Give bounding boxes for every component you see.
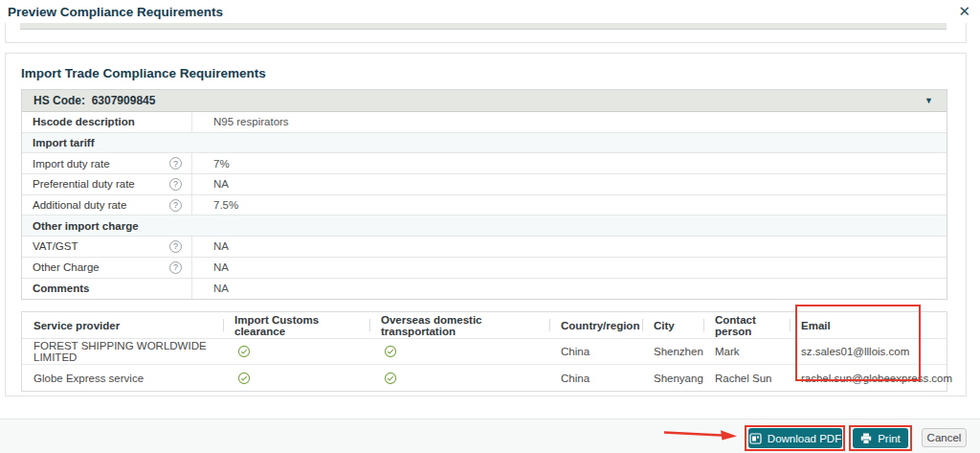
hs-section-label: Other import charge	[22, 215, 947, 236]
provider-table-header: Service providerImport Customs clearance…	[22, 312, 947, 339]
hs-row-value: 7%	[192, 153, 947, 173]
provider-city: Shenyang	[642, 365, 703, 391]
scrolled-previous-section	[5, 23, 967, 43]
close-icon[interactable]: ✕	[958, 3, 970, 20]
hs-section-row: Import tariff	[22, 133, 947, 154]
cancel-button[interactable]: Cancel	[922, 428, 967, 447]
help-icon[interactable]: ?	[169, 199, 182, 212]
hs-row-value: NA	[192, 174, 947, 194]
provider-rows-container: FOREST SHIPPING WORLDWIDE LIMITEDChinaSh…	[22, 339, 947, 391]
check-circle-icon	[384, 345, 397, 358]
import-customs-check	[223, 365, 369, 391]
service-provider-table: Service providerImport Customs clearance…	[21, 311, 947, 392]
check-circle-icon	[237, 345, 251, 358]
check-circle-icon	[384, 372, 397, 385]
help-icon[interactable]: ?	[169, 178, 182, 191]
provider-column-header: Email	[790, 312, 948, 338]
hs-code-table: HS Code: 6307909845 ▼ Hscode description…	[21, 89, 947, 300]
provider-name: Globe Express service	[22, 365, 223, 391]
hs-row-label: Import duty rate	[33, 158, 110, 170]
provider-column-header: Overseas domestic transportation	[369, 312, 549, 338]
hs-field-row: Other Charge?NA	[22, 258, 947, 279]
hs-row-label-cell: Additional duty rate?	[22, 195, 192, 215]
provider-email: rachel.sun@globeexpress.com	[790, 365, 948, 391]
import-customs-check	[223, 339, 369, 364]
hs-row-value: 7.5%	[192, 195, 947, 215]
provider-row: FOREST SHIPPING WORLDWIDE LIMITEDChinaSh…	[22, 339, 947, 365]
hs-row-label-cell: Hscode description	[22, 112, 192, 132]
provider-column-header: City	[642, 312, 703, 338]
provider-contact: Mark	[703, 339, 790, 364]
provider-email: sz.sales01@lllois.com	[790, 339, 948, 364]
scrolled-section-header-bar	[20, 23, 947, 30]
hs-row-value: NA	[192, 237, 947, 257]
provider-column-header: Import Customs clearance	[223, 312, 369, 338]
hs-field-row: Preferential duty rate?NA	[22, 174, 947, 195]
hs-field-row: VAT/GST?NA	[22, 237, 947, 258]
print-button[interactable]: Print	[853, 428, 908, 448]
provider-column-header: Country/region	[549, 312, 642, 338]
provider-column-header: Contact person	[703, 312, 790, 338]
hs-field-row: Hscode descriptionN95 respirators	[22, 112, 947, 133]
print-label: Print	[878, 433, 901, 444]
hs-row-label: Preferential duty rate	[33, 178, 135, 190]
download-pdf-label: Download PDF	[768, 433, 841, 444]
provider-city: Shenzhen	[642, 339, 703, 364]
compliance-card: Import Trade Compliance Requirements HS …	[5, 53, 967, 396]
hs-rows-container: Hscode descriptionN95 respiratorsImport …	[22, 112, 947, 299]
provider-row: Globe Express serviceChinaShenyangRachel…	[22, 365, 947, 391]
download-pdf-button[interactable]: Download PDF	[748, 428, 842, 448]
hs-row-label-cell: Comments	[22, 279, 192, 300]
hs-row-value: NA	[192, 279, 947, 300]
help-icon[interactable]: ?	[169, 240, 182, 253]
hs-code-text: HS Code: 6307909845	[33, 94, 155, 107]
overseas-transport-check	[369, 339, 549, 364]
hs-field-row: Import duty rate?7%	[22, 153, 947, 174]
hs-row-label-cell: VAT/GST?	[22, 237, 192, 257]
hs-row-label: VAT/GST	[33, 240, 78, 252]
provider-country: China	[549, 339, 642, 364]
hs-section-row: Other import charge	[22, 215, 947, 237]
hs-row-label-cell: Preferential duty rate?	[22, 174, 192, 194]
check-circle-icon	[237, 372, 251, 385]
help-icon[interactable]: ?	[169, 261, 182, 274]
hs-row-label: Hscode description	[33, 116, 135, 127]
provider-column-header: Service provider	[22, 312, 223, 338]
help-icon[interactable]: ?	[169, 157, 182, 170]
hs-row-label: Additional duty rate	[33, 199, 126, 211]
hs-row-value: NA	[192, 258, 947, 278]
hs-field-row: CommentsNA	[22, 279, 947, 300]
hs-row-label-cell: Other Charge?	[22, 258, 192, 278]
provider-country: China	[549, 365, 642, 391]
provider-contact: Rachel Sun	[703, 365, 790, 391]
hs-field-row: Additional duty rate?7.5%	[22, 195, 947, 216]
collapse-chevron-icon[interactable]: ▼	[924, 96, 933, 105]
hs-code-header[interactable]: HS Code: 6307909845 ▼	[22, 90, 947, 112]
printer-icon	[860, 433, 872, 444]
hs-section-label: Import tariff	[22, 133, 947, 153]
pdf-file-icon	[749, 433, 762, 444]
dialog-title: Preview Compliance Requirements	[8, 5, 223, 19]
hs-row-value: N95 respirators	[192, 112, 947, 132]
hs-row-label-cell: Import duty rate?	[22, 153, 192, 173]
section-heading: Import Trade Compliance Requirements	[21, 66, 950, 80]
hs-row-label: Other Charge	[33, 261, 100, 273]
provider-name: FOREST SHIPPING WORLDWIDE LIMITED	[22, 339, 223, 364]
overseas-transport-check	[369, 365, 549, 391]
hs-row-label: Comments	[33, 283, 89, 294]
cancel-label: Cancel	[927, 432, 962, 443]
